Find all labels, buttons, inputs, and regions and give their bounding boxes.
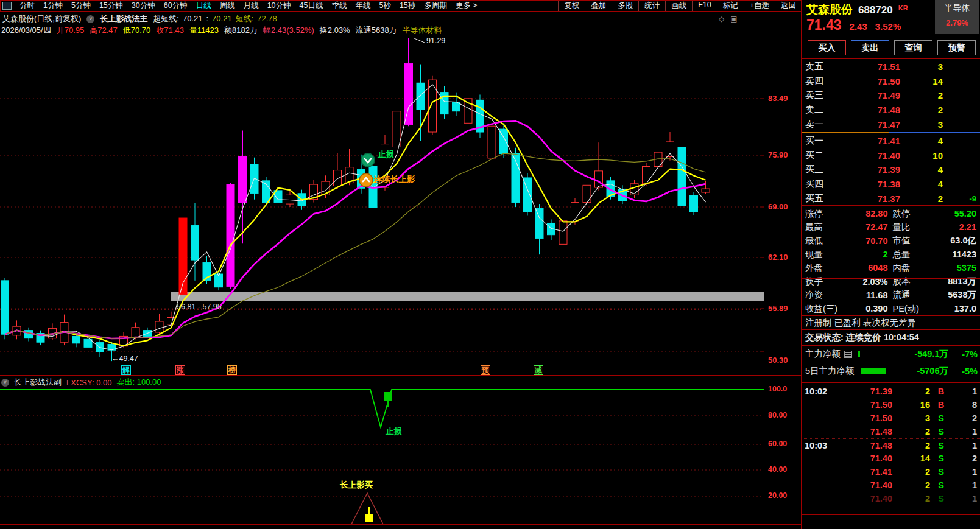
stat-label: 流通 bbox=[893, 289, 932, 301]
tick-volume: 14 bbox=[892, 454, 930, 463]
flow-label: 5日主力净额 bbox=[805, 365, 855, 377]
order-book-row[interactable]: 卖五71.513 bbox=[802, 60, 980, 74]
tick-volume: 2 bbox=[892, 427, 930, 436]
support-band-annotation: 56.81 - 57.95 bbox=[177, 303, 222, 311]
trading-status: 交易状态: 连续竞价 10:04:54 bbox=[805, 332, 919, 343]
candle bbox=[191, 203, 199, 281]
candlestick-chart[interactable] bbox=[0, 0, 764, 529]
tick-row[interactable]: 71.4014S2 bbox=[802, 452, 980, 465]
tick-time: 10:02 bbox=[805, 387, 836, 396]
book-level-label: 卖五 bbox=[805, 61, 833, 72]
book-price: 71.48 bbox=[833, 105, 900, 115]
order-book-row[interactable]: 卖一71.473 bbox=[802, 117, 980, 131]
trade-button-卖出[interactable]: 卖出 bbox=[851, 40, 889, 55]
book-level-label: 卖三 bbox=[805, 89, 833, 101]
order-book-row[interactable]: 买四71.384 bbox=[802, 177, 980, 192]
panel-separator bbox=[0, 375, 802, 376]
ma-fast-white bbox=[5, 85, 706, 350]
stat-value: 8813万 bbox=[932, 276, 977, 287]
tick-row[interactable]: 71.503S2 bbox=[802, 412, 980, 425]
quote-panel: 艾森股份 688720 KR 半导体 2.79% 71.43 2.43 3.52… bbox=[802, 0, 980, 529]
event-badge[interactable]: 涨 bbox=[175, 365, 185, 375]
sub-collapse-icon[interactable]: ˅ bbox=[1, 379, 9, 387]
tick-volume: 2 bbox=[892, 480, 930, 490]
book-volume: 2 bbox=[900, 105, 943, 115]
y-axis-label: 83.49 bbox=[768, 94, 798, 103]
divider-orange-segment bbox=[802, 132, 889, 133]
candle bbox=[1, 278, 9, 339]
sub-y-axis-label: 80.00 bbox=[768, 411, 798, 419]
candle bbox=[49, 323, 57, 340]
trade-button-预警[interactable]: 预警 bbox=[937, 40, 976, 55]
tick-row[interactable]: 10:0371.482S1 bbox=[802, 438, 980, 452]
sub-y-axis-label: 100.0 bbox=[768, 385, 798, 393]
candle bbox=[559, 219, 567, 248]
book-level-label: 买二 bbox=[805, 150, 833, 161]
tick-volume: 2 bbox=[892, 441, 930, 450]
tick-side: S bbox=[930, 441, 952, 450]
stat-label: 外盘 bbox=[805, 262, 843, 274]
order-book-row[interactable]: 卖二71.482 bbox=[802, 103, 980, 117]
tick-time: 10:03 bbox=[805, 441, 836, 450]
tick-row[interactable]: 71.402S1 bbox=[802, 492, 980, 505]
stat-row: 涨停82.80跌停55.20 bbox=[802, 207, 980, 220]
tick-row[interactable]: 10:0271.392B1 bbox=[802, 385, 980, 398]
flow-value: -549.1万 bbox=[914, 348, 948, 360]
trade-button-查询[interactable]: 查询 bbox=[894, 40, 932, 55]
tick-side: B bbox=[930, 387, 952, 396]
sub-indicator-value1: LXCSY: 0.00 bbox=[66, 378, 111, 387]
stat-label: 跌停 bbox=[893, 208, 932, 220]
tick-count: 1 bbox=[952, 467, 977, 477]
event-badge[interactable]: 预 bbox=[481, 365, 490, 375]
stat-label: 最高 bbox=[805, 222, 843, 233]
tick-count: 8 bbox=[952, 400, 977, 410]
book-price: 71.49 bbox=[833, 90, 900, 100]
order-book-row[interactable]: 买二71.4010 bbox=[802, 149, 980, 163]
order-book: 卖五71.513卖四71.5014卖三71.492卖二71.482卖一71.47… bbox=[802, 60, 980, 206]
bid-ask-divider bbox=[802, 132, 980, 133]
book-level-label: 卖四 bbox=[805, 75, 833, 87]
order-book-row[interactable]: 买三71.394 bbox=[802, 163, 980, 177]
tick-row[interactable]: 71.482S1 bbox=[802, 425, 980, 438]
event-badge[interactable]: 解 bbox=[121, 365, 131, 375]
sub-indicator-value2: 卖出: 100.00 bbox=[116, 377, 161, 388]
sub-indicator-header: ˅ 长上影战法副 LXCSY: 0.00 卖出: 100.00 bbox=[1, 377, 161, 388]
doc-icon[interactable] bbox=[844, 351, 852, 358]
stat-label: 现量 bbox=[805, 249, 843, 261]
tick-row[interactable]: 71.402S1 bbox=[802, 478, 980, 492]
event-badge[interactable]: 减 bbox=[534, 365, 543, 375]
order-book-row[interactable]: 卖四71.5014 bbox=[802, 74, 980, 89]
book-level-label: 买四 bbox=[805, 178, 833, 190]
stat-row: 现量2总量11423 bbox=[802, 248, 980, 261]
tick-price: 71.40 bbox=[836, 494, 892, 503]
candle bbox=[334, 153, 342, 189]
stat-row: 收益(三)0.390PE(动)137.0 bbox=[802, 302, 980, 315]
trade-button-买入[interactable]: 买入 bbox=[808, 40, 846, 55]
stat-value: 2 bbox=[843, 250, 893, 259]
book-price: 71.47 bbox=[833, 119, 900, 130]
stat-label: 量比 bbox=[893, 222, 932, 233]
tick-list[interactable]: 10:0271.392B171.5016B871.503S271.482S110… bbox=[802, 385, 980, 505]
stat-row: 最高72.47量比2.21 bbox=[802, 220, 980, 234]
stat-label: 内盘 bbox=[893, 262, 932, 274]
order-book-row[interactable]: 卖三71.492 bbox=[802, 88, 980, 103]
candle bbox=[702, 181, 710, 194]
sector-change: 2.79% bbox=[935, 14, 979, 27]
candle bbox=[179, 218, 187, 296]
sector-block[interactable]: 半导体 2.79% bbox=[935, 0, 979, 34]
order-book-row[interactable]: 买一71.414 bbox=[802, 134, 980, 149]
stat-value: 82.80 bbox=[843, 209, 893, 219]
money-flow-row[interactable]: 主力净额-549.1万-7% bbox=[805, 348, 978, 360]
tick-row[interactable]: 71.412S1 bbox=[802, 465, 980, 478]
tick-side: S bbox=[930, 427, 952, 436]
order-book-row[interactable]: 买五71.372-9 bbox=[802, 191, 980, 206]
tick-row[interactable]: 71.5016B8 bbox=[802, 398, 980, 412]
tool-button[interactable]: 返回 bbox=[775, 1, 802, 11]
event-badge[interactable]: 榜 bbox=[227, 365, 237, 375]
candle bbox=[405, 38, 413, 126]
sub-y-axis-label: 60.00 bbox=[768, 440, 798, 448]
candle bbox=[96, 340, 104, 357]
tick-price: 71.39 bbox=[836, 387, 892, 396]
stat-label: 换手 bbox=[805, 276, 843, 287]
money-flow-row[interactable]: 5日主力净额-5706万-5% bbox=[805, 365, 978, 377]
